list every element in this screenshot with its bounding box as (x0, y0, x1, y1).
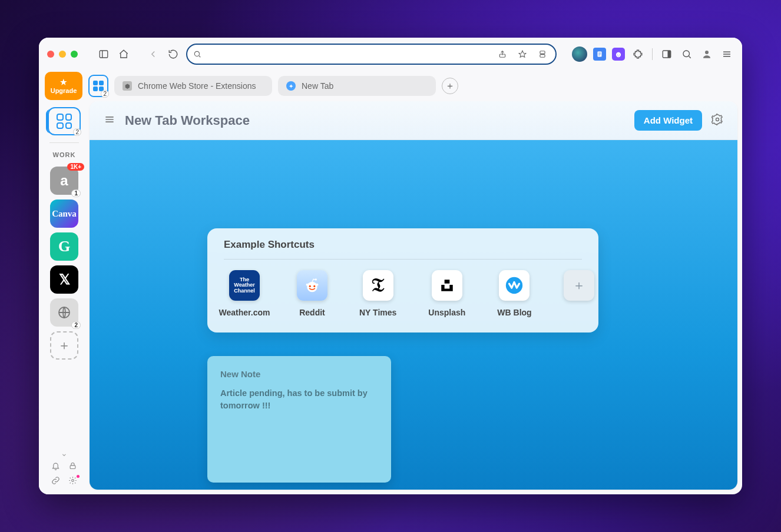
note-widget[interactable]: New Note Article pending, has to be subm… (207, 356, 391, 483)
tab-group-indicator[interactable] (88, 75, 108, 97)
extension-docs-icon[interactable] (593, 48, 606, 61)
tab-new-tab[interactable]: ✦ New Tab (278, 76, 436, 96)
shortcuts-row: The Weather Channel Weather.com Reddit 𝔗… (224, 260, 582, 317)
new-tab-button[interactable]: ＋ (442, 78, 458, 94)
shortcuts-widget[interactable]: Example Shortcuts The Weather Channel We… (207, 228, 598, 332)
workspace-header: New Tab Workspace Add Widget (90, 101, 737, 140)
workspace-title: New Tab Workspace (125, 113, 250, 128)
lock-icon[interactable] (68, 461, 77, 473)
globe-icon (57, 305, 71, 320)
sidebar-app-a[interactable]: a 1K+ 1 (50, 167, 78, 195)
link-icon[interactable] (51, 476, 60, 487)
shortcut-wb-blog[interactable]: WB Blog (497, 270, 531, 317)
upgrade-button[interactable]: ★ Upgrade (45, 72, 82, 100)
sidebar-section-label: WORK (53, 151, 76, 158)
unsplash-icon (432, 270, 462, 301)
browser-toolbar: ☻ (39, 38, 742, 71)
reader-panel-icon[interactable] (660, 47, 674, 61)
svg-rect-7 (540, 55, 545, 58)
svg-rect-6 (540, 51, 545, 54)
svg-rect-11 (598, 55, 600, 56)
extension-smiley-icon[interactable]: ☻ (612, 48, 625, 61)
grid-icon (57, 114, 72, 129)
close-window-button[interactable] (47, 51, 54, 58)
svg-rect-0 (100, 51, 108, 58)
svg-line-15 (689, 56, 690, 58)
sidebar-toggle-icon[interactable] (97, 47, 111, 61)
svg-point-22 (72, 480, 74, 482)
settings-gear-icon[interactable] (68, 476, 77, 487)
tab-strip: ★ Upgrade ⬢ Chrome Web Store - Extension… (39, 71, 742, 101)
content-pane: New Tab Workspace Add Widget Example Sho… (90, 101, 737, 490)
svg-marker-5 (519, 51, 526, 57)
bookmark-star-icon[interactable] (515, 47, 530, 61)
star-icon: ★ (60, 78, 67, 87)
sidebar-app-canva[interactable]: Canva (50, 200, 78, 228)
sidebar-footer: ⌄ (39, 448, 90, 490)
svg-point-29 (313, 285, 315, 287)
profile-icon[interactable] (700, 47, 714, 61)
sidebar-workspace-active[interactable] (48, 107, 81, 135)
shortcut-add[interactable]: ＋ (564, 270, 594, 317)
browser-window: ☻ ★ Upgrade ⬢ Chrome Web Store - Extensi… (39, 38, 742, 494)
badge-count: 1 (71, 189, 81, 197)
shortcut-label: NY Times (359, 308, 396, 317)
reload-icon[interactable] (166, 47, 180, 61)
svg-line-3 (199, 56, 201, 58)
sidebar-app-grammarly[interactable]: G (50, 232, 78, 261)
shortcuts-title: Example Shortcuts (224, 239, 582, 260)
install-app-icon[interactable] (535, 47, 550, 61)
chevron-down-icon[interactable]: ⌄ (61, 448, 68, 458)
tab-label: New Tab (302, 81, 333, 91)
grid-icon (93, 81, 104, 91)
workspace-canvas[interactable]: Example Shortcuts The Weather Channel We… (90, 140, 737, 490)
extension-avatar-icon[interactable] (572, 46, 587, 62)
back-icon[interactable] (146, 47, 160, 61)
sidebar: WORK a 1K+ 1 Canva G 𝕏 2 (39, 101, 90, 494)
address-bar[interactable] (186, 44, 557, 65)
svg-point-31 (316, 284, 319, 286)
badge-count: 2 (71, 321, 81, 329)
sidebar-add-button[interactable]: ＋ (50, 331, 78, 360)
svg-point-30 (306, 284, 309, 286)
svg-point-27 (307, 282, 317, 292)
workspace-settings-icon[interactable] (711, 114, 723, 128)
canva-logo-text: Canva (52, 209, 77, 219)
sidebar-app-web[interactable]: 2 (50, 298, 78, 327)
svg-point-14 (683, 51, 690, 57)
shortcut-label: Reddit (299, 308, 325, 317)
svg-point-2 (194, 51, 199, 56)
svg-rect-13 (668, 51, 671, 58)
home-icon[interactable] (117, 47, 131, 61)
hamburger-icon[interactable] (104, 114, 115, 128)
search-toolbar-icon[interactable] (680, 47, 694, 61)
bell-icon[interactable] (51, 461, 60, 473)
shortcut-nytimes[interactable]: 𝔗 NY Times (359, 270, 396, 317)
newtab-favicon-icon: ✦ (286, 81, 296, 91)
share-icon[interactable] (495, 47, 509, 61)
add-widget-button[interactable]: Add Widget (634, 110, 702, 131)
fullscreen-window-button[interactable] (71, 51, 78, 58)
reddit-icon (297, 270, 327, 301)
minimize-window-button[interactable] (59, 51, 66, 58)
webstore-favicon-icon: ⬢ (123, 81, 132, 91)
svg-point-16 (705, 51, 709, 54)
shortcut-reddit[interactable]: Reddit (297, 270, 327, 317)
shortcut-label: Weather.com (219, 308, 270, 317)
svg-rect-9 (598, 53, 601, 54)
shortcut-unsplash[interactable]: Unsplash (428, 270, 465, 317)
app-letter: a (60, 172, 68, 189)
wb-blog-icon (499, 270, 530, 301)
weather-channel-icon: The Weather Channel (229, 270, 260, 301)
tab-chrome-web-store[interactable]: ⬢ Chrome Web Store - Extensions (114, 76, 272, 96)
extensions-puzzle-icon[interactable] (631, 47, 645, 61)
note-body: Article pending, has to be submit by tom… (220, 387, 378, 412)
sidebar-app-x[interactable]: 𝕏 (50, 265, 78, 294)
shortcut-weather[interactable]: The Weather Channel Weather.com (224, 270, 265, 317)
body: WORK a 1K+ 1 Canva G 𝕏 2 (39, 101, 742, 494)
plus-icon: ＋ (564, 270, 594, 301)
svg-rect-33 (444, 280, 449, 284)
menu-icon[interactable] (720, 47, 734, 61)
address-input[interactable] (206, 49, 491, 59)
window-controls (47, 51, 78, 58)
